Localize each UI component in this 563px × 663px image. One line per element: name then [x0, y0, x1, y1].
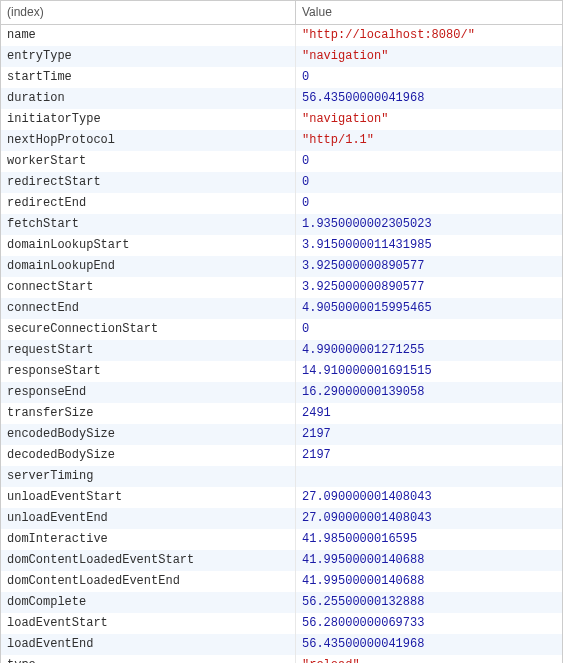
- row-key: fetchStart: [1, 214, 296, 235]
- row-key: encodedBodySize: [1, 424, 296, 445]
- table-row[interactable]: domainLookupStart3.9150000011431985: [1, 235, 562, 256]
- table-row[interactable]: serverTiming: [1, 466, 562, 487]
- table-row[interactable]: domInteractive41.9850000016595: [1, 529, 562, 550]
- row-value: 0: [296, 67, 563, 88]
- row-key: connectEnd: [1, 298, 296, 319]
- row-key: loadEventStart: [1, 613, 296, 634]
- table-row[interactable]: transferSize2491: [1, 403, 562, 424]
- table-row[interactable]: domContentLoadedEventStart41.99500000140…: [1, 550, 562, 571]
- table-body: name"http://localhost:8080/"entryType"na…: [1, 25, 562, 664]
- row-key: decodedBodySize: [1, 445, 296, 466]
- row-value: 41.99500000140688: [296, 571, 563, 592]
- table-row[interactable]: redirectEnd0: [1, 193, 562, 214]
- row-value: 56.43500000041968: [296, 634, 563, 655]
- row-value: 0: [296, 319, 563, 340]
- row-key: unloadEventStart: [1, 487, 296, 508]
- table-row[interactable]: fetchStart1.9350000002305023: [1, 214, 562, 235]
- row-key: unloadEventEnd: [1, 508, 296, 529]
- row-key: redirectStart: [1, 172, 296, 193]
- table-row[interactable]: responseEnd16.29000000139058: [1, 382, 562, 403]
- header-index[interactable]: (index): [1, 1, 296, 25]
- row-value: 14.910000001691515: [296, 361, 563, 382]
- table-row[interactable]: unloadEventEnd27.090000001408043: [1, 508, 562, 529]
- table-row[interactable]: startTime0: [1, 67, 562, 88]
- row-value: "navigation": [296, 109, 563, 130]
- row-key: type: [1, 655, 296, 663]
- row-key: workerStart: [1, 151, 296, 172]
- row-key: responseEnd: [1, 382, 296, 403]
- row-value: 3.925000000890577: [296, 277, 563, 298]
- row-value: 0: [296, 151, 563, 172]
- row-key: domContentLoadedEventStart: [1, 550, 296, 571]
- header-value[interactable]: Value: [296, 1, 563, 25]
- row-key: domComplete: [1, 592, 296, 613]
- row-value: 16.29000000139058: [296, 382, 563, 403]
- table-row[interactable]: entryType"navigation": [1, 46, 562, 67]
- row-key: transferSize: [1, 403, 296, 424]
- table-row[interactable]: type"reload": [1, 655, 562, 663]
- row-value: 2197: [296, 424, 563, 445]
- table-row[interactable]: unloadEventStart27.090000001408043: [1, 487, 562, 508]
- row-value: 0: [296, 172, 563, 193]
- table-header-row: (index) Value: [1, 1, 562, 25]
- row-key: name: [1, 25, 296, 47]
- row-key: duration: [1, 88, 296, 109]
- table-row[interactable]: domainLookupEnd3.925000000890577: [1, 256, 562, 277]
- row-value: 27.090000001408043: [296, 508, 563, 529]
- table-row[interactable]: initiatorType"navigation": [1, 109, 562, 130]
- row-value: 41.9850000016595: [296, 529, 563, 550]
- row-value: 0: [296, 193, 563, 214]
- table-row[interactable]: decodedBodySize2197: [1, 445, 562, 466]
- row-key: domainLookupEnd: [1, 256, 296, 277]
- row-value: 1.9350000002305023: [296, 214, 563, 235]
- row-key: nextHopProtocol: [1, 130, 296, 151]
- row-key: serverTiming: [1, 466, 296, 487]
- row-value: 4.990000001271255: [296, 340, 563, 361]
- row-key: redirectEnd: [1, 193, 296, 214]
- table-row[interactable]: loadEventStart56.28000000069733: [1, 613, 562, 634]
- row-value: "http://localhost:8080/": [296, 25, 563, 47]
- table-row[interactable]: secureConnectionStart0: [1, 319, 562, 340]
- table-row[interactable]: connectEnd4.9050000015995465: [1, 298, 562, 319]
- row-key: responseStart: [1, 361, 296, 382]
- row-key: initiatorType: [1, 109, 296, 130]
- row-key: requestStart: [1, 340, 296, 361]
- row-value: 56.43500000041968: [296, 88, 563, 109]
- table-row[interactable]: loadEventEnd56.43500000041968: [1, 634, 562, 655]
- table-row[interactable]: nextHopProtocol"http/1.1": [1, 130, 562, 151]
- row-value: "reload": [296, 655, 563, 663]
- table-row[interactable]: workerStart0: [1, 151, 562, 172]
- row-key: connectStart: [1, 277, 296, 298]
- row-value: 56.28000000069733: [296, 613, 563, 634]
- row-key: secureConnectionStart: [1, 319, 296, 340]
- row-value: "navigation": [296, 46, 563, 67]
- row-key: domainLookupStart: [1, 235, 296, 256]
- row-value: 4.9050000015995465: [296, 298, 563, 319]
- row-value: "http/1.1": [296, 130, 563, 151]
- console-table: (index) Value name"http://localhost:8080…: [0, 0, 563, 663]
- row-value: 3.9150000011431985: [296, 235, 563, 256]
- table-row[interactable]: connectStart3.925000000890577: [1, 277, 562, 298]
- table-row[interactable]: domContentLoadedEventEnd41.9950000014068…: [1, 571, 562, 592]
- row-value: [296, 466, 563, 487]
- row-value: 41.99500000140688: [296, 550, 563, 571]
- table-row[interactable]: responseStart14.910000001691515: [1, 361, 562, 382]
- row-key: startTime: [1, 67, 296, 88]
- row-key: entryType: [1, 46, 296, 67]
- row-key: domContentLoadedEventEnd: [1, 571, 296, 592]
- row-value: 3.925000000890577: [296, 256, 563, 277]
- table-row[interactable]: name"http://localhost:8080/": [1, 25, 562, 47]
- row-key: domInteractive: [1, 529, 296, 550]
- row-value: 27.090000001408043: [296, 487, 563, 508]
- row-value: 2491: [296, 403, 563, 424]
- table-row[interactable]: duration56.43500000041968: [1, 88, 562, 109]
- table-row[interactable]: domComplete56.25500000132888: [1, 592, 562, 613]
- table-row[interactable]: encodedBodySize2197: [1, 424, 562, 445]
- row-value: 56.25500000132888: [296, 592, 563, 613]
- row-value: 2197: [296, 445, 563, 466]
- row-key: loadEventEnd: [1, 634, 296, 655]
- table-row[interactable]: redirectStart0: [1, 172, 562, 193]
- data-table: (index) Value name"http://localhost:8080…: [1, 1, 562, 663]
- table-row[interactable]: requestStart4.990000001271255: [1, 340, 562, 361]
